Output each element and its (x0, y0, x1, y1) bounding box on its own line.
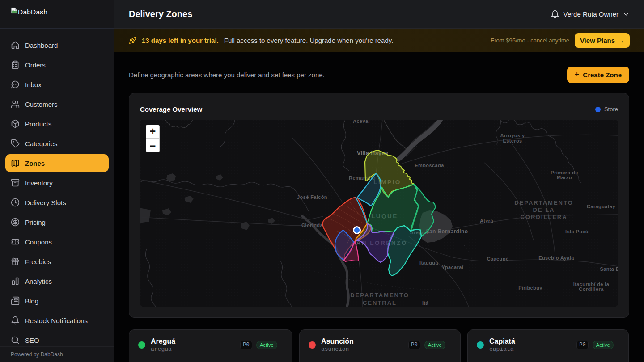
svg-text:Emboscada: Emboscada (415, 163, 444, 168)
svg-text:Esteros: Esteros (503, 138, 522, 143)
svg-text:Caacupé: Caacupé (487, 256, 509, 261)
svg-text:Itá: Itá (422, 300, 429, 306)
svg-text:Itauguá: Itauguá (419, 260, 438, 265)
svg-text:DEPARTAMENTO: DEPARTAMENTO (350, 292, 409, 299)
svg-text:Arroyos y: Arroyos y (500, 133, 525, 138)
svg-text:Aceval: Aceval (353, 120, 370, 124)
svg-text:Santa Ele: Santa Ele (600, 266, 618, 272)
svg-text:José Falcón: José Falcón (297, 194, 327, 200)
svg-text:Marzo: Marzo (557, 175, 572, 180)
svg-text:Cordillera: Cordillera (579, 286, 604, 292)
svg-text:Caraguatay: Caraguatay (587, 204, 615, 209)
svg-text:Atyrá: Atyrá (480, 218, 494, 223)
svg-text:CORDILLERA: CORDILLERA (520, 214, 567, 220)
svg-text:Ypacaraí: Ypacaraí (442, 265, 464, 270)
svg-text:DEPARTAMENTO: DEPARTAMENTO (514, 199, 573, 206)
svg-text:CENTRAL: CENTRAL (363, 299, 397, 306)
svg-text:Isla Pucú: Isla Pucú (565, 229, 589, 234)
svg-text:San Bernardino: San Bernardino (426, 228, 468, 235)
svg-text:Piribebuy: Piribebuy (518, 285, 542, 290)
svg-text:DE LA: DE LA (533, 206, 555, 213)
svg-text:Eusebio Ayala: Eusebio Ayala (538, 255, 574, 261)
svg-text:Clorinda: Clorinda (301, 223, 323, 228)
